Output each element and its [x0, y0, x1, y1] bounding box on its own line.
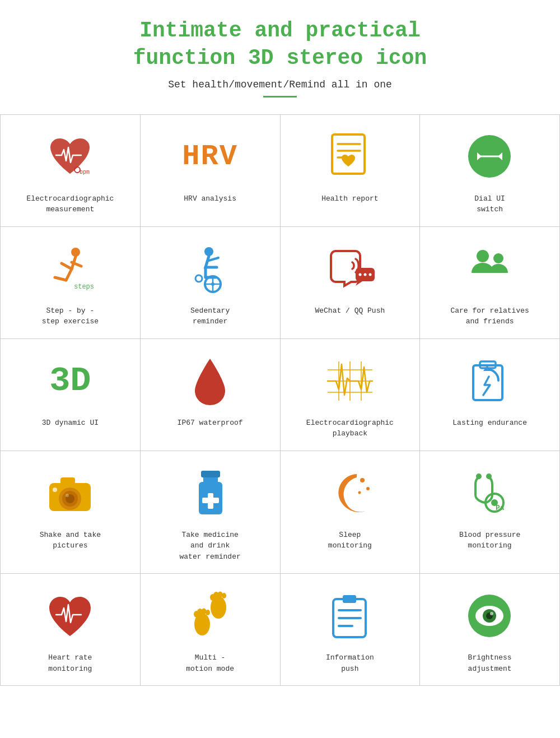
info-icon [322, 588, 378, 644]
svg-point-26 [359, 273, 362, 276]
ecg-icon: bpm [42, 129, 98, 185]
cell-endurance: Lasting endurance [420, 339, 560, 451]
svg-rect-2 [332, 134, 365, 174]
heart-icon [42, 588, 98, 644]
cell-waterproof: IP67 waterproof [141, 339, 281, 451]
cell-sedentary: Sedentaryreminder [141, 227, 281, 339]
cell-bp: Pa Blood pressuremonitoring [420, 451, 560, 574]
svg-point-79 [490, 612, 493, 615]
svg-point-64 [206, 610, 210, 615]
svg-rect-51 [202, 498, 219, 503]
heart-label: Heart ratemonitoring [48, 652, 92, 674]
cell-footsteps: Multi -motion mode [141, 574, 281, 686]
svg-line-11 [66, 269, 72, 280]
svg-point-28 [369, 273, 372, 276]
svg-point-27 [364, 273, 367, 276]
steps-icon: steps [42, 241, 98, 297]
cell-eye: Brightnessadjustment [420, 574, 560, 686]
svg-rect-74 [343, 595, 356, 603]
feature-grid: bpm Electrocardiographicmeasurement HRV … [0, 114, 560, 686]
svg-text:steps: steps [74, 283, 94, 291]
ecg-playback-icon [322, 353, 378, 409]
svg-point-69 [222, 593, 226, 598]
ecg-playback-label: Electrocardiographicplayback [306, 417, 394, 439]
svg-point-57 [486, 474, 492, 479]
care-icon [462, 241, 518, 297]
sedentary-icon [182, 241, 238, 297]
svg-line-10 [62, 263, 72, 269]
steps-label: Step - by -step exercise [42, 305, 99, 327]
cell-heart: Heart ratemonitoring [1, 574, 141, 686]
medicine-label: Take medicineand drinkwater reminder [180, 530, 241, 563]
sleep-icon [322, 465, 378, 521]
3d-icon: 3D [42, 353, 98, 409]
sedentary-label: Sedentaryreminder [190, 305, 230, 327]
cell-care: Care for relativesand friends [420, 227, 560, 339]
cell-ecg: bpm Electrocardiographicmeasurement [1, 115, 141, 227]
svg-point-45 [66, 494, 69, 497]
cell-steps: steps Step - by -step exercise [1, 227, 141, 339]
svg-point-53 [366, 487, 370, 490]
cell-3d: 3D 3D dynamic UI [1, 339, 141, 451]
health-report-label: Health report [321, 193, 378, 205]
wechat-icon [322, 241, 378, 297]
svg-text:bpm: bpm [80, 169, 90, 175]
footsteps-label: Multi -motion mode [186, 652, 234, 674]
svg-rect-49 [201, 471, 220, 477]
header: Intimate and practical function 3D stere… [0, 0, 560, 114]
waterproof-label: IP67 waterproof [178, 417, 243, 429]
svg-point-52 [360, 478, 365, 482]
cell-info: Informationpush [281, 574, 421, 686]
wechat-label: WeChat / QQ Push [315, 305, 385, 317]
svg-point-56 [476, 474, 482, 479]
endurance-icon [462, 353, 518, 409]
svg-rect-41 [60, 477, 75, 486]
cell-camera: Shake and takepictures [1, 451, 141, 574]
cell-ecg-playback: Electrocardiographicplayback [281, 339, 421, 451]
sleep-label: Sleepmonitoring [328, 530, 372, 551]
svg-point-54 [358, 491, 361, 494]
svg-point-30 [493, 253, 503, 263]
title: Intimate and practical function 3D stere… [11, 17, 549, 72]
endurance-label: Lasting endurance [452, 417, 527, 429]
care-label: Care for relativesand friends [450, 305, 529, 327]
eye-icon [462, 588, 518, 644]
svg-line-12 [55, 277, 66, 280]
health-report-icon [322, 129, 378, 185]
svg-line-18 [209, 258, 218, 261]
hrv-label: HRV analysis [184, 193, 236, 205]
cell-health-report: Health report [281, 115, 421, 227]
bp-icon: Pa [462, 465, 518, 521]
svg-text:Pa: Pa [496, 504, 505, 512]
ecg-label: Electrocardiographicmeasurement [26, 193, 114, 215]
svg-point-23 [195, 275, 202, 282]
svg-point-59 [491, 499, 498, 506]
3d-label: 3D dynamic UI [42, 417, 99, 429]
camera-label: Shake and takepictures [40, 530, 101, 551]
svg-point-46 [53, 488, 57, 492]
bp-label: Blood pressuremonitoring [459, 530, 520, 551]
svg-point-29 [477, 250, 489, 262]
medicine-icon [182, 465, 238, 521]
svg-point-63 [201, 609, 206, 615]
dial-ui-icon [462, 129, 518, 185]
cell-dial-ui: Dial UIswitch [420, 115, 560, 227]
cell-hrv: HRV HRV analysis [141, 115, 281, 227]
cell-wechat: WeChat / QQ Push [281, 227, 421, 339]
cell-medicine: Take medicineand drinkwater reminder [141, 451, 281, 574]
info-label: Informationpush [326, 652, 374, 674]
cell-sleep: Sleepmonitoring [281, 451, 421, 574]
waterproof-icon [182, 353, 238, 409]
hrv-icon: HRV [182, 129, 238, 185]
camera-icon [42, 465, 98, 521]
eye-label: Brightnessadjustment [468, 652, 512, 674]
svg-point-68 [217, 592, 222, 598]
dial-ui-label: Dial UIswitch [474, 193, 505, 215]
footsteps-icon [182, 588, 238, 644]
underline-decoration [263, 96, 297, 98]
subtitle: Set health/movement/Remind all in one [11, 79, 549, 90]
